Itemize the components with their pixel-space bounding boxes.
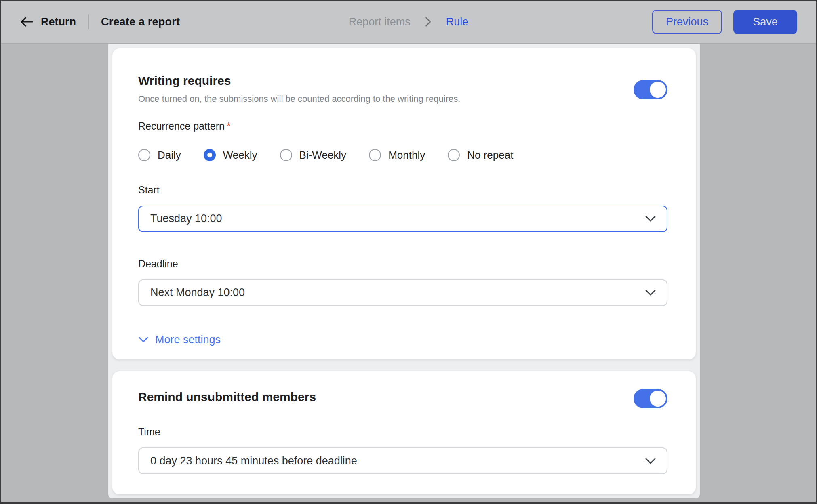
radio-bi-weekly[interactable]: Bi-Weekly (280, 149, 347, 162)
chevron-down-icon (645, 289, 656, 296)
radio-monthly[interactable]: Monthly (369, 149, 425, 162)
top-bar: Return Create a report Report items Rule… (1, 1, 816, 44)
chevron-down-icon (645, 215, 656, 222)
more-settings-label: More settings (155, 334, 221, 346)
breadcrumb: Report items Rule (349, 1, 469, 43)
start-label: Start (138, 184, 667, 196)
breadcrumb-step-rule[interactable]: Rule (446, 16, 469, 28)
writing-requires-description: Once turned on, the submissions will be … (138, 94, 460, 104)
page-title: Create a report (101, 16, 180, 28)
radio-circle (369, 149, 381, 161)
return-label: Return (41, 16, 76, 28)
deadline-select-value: Next Monday 10:00 (150, 286, 245, 299)
topbar-divider (88, 14, 89, 29)
radio-daily[interactable]: Daily (138, 149, 181, 162)
radio-no-repeat[interactable]: No repeat (448, 149, 513, 162)
time-label: Time (138, 426, 667, 438)
deadline-select[interactable]: Next Monday 10:00 (138, 279, 667, 306)
start-select-value: Tuesday 10:00 (150, 212, 222, 225)
toggle-knob (650, 82, 666, 98)
toggle-knob (650, 391, 666, 407)
required-asterisk: * (227, 120, 231, 132)
breadcrumb-chevron-icon (424, 15, 432, 28)
radio-circle (448, 149, 460, 161)
writing-requires-toggle[interactable] (634, 80, 667, 99)
time-select[interactable]: 0 day 23 hours 45 minutes before deadlin… (138, 447, 667, 474)
save-button[interactable]: Save (733, 10, 797, 34)
more-settings-chevron-icon (138, 336, 149, 343)
previous-button[interactable]: Previous (652, 10, 722, 34)
app-window: Return Create a report Report items Rule… (0, 0, 817, 504)
recurrence-radio-group: Daily Weekly Bi-Weekly Monthly No repeat (138, 149, 667, 162)
writing-requires-header-text: Writing requires Once turned on, the sub… (138, 74, 460, 104)
chevron-down-icon (645, 458, 656, 464)
radio-circle (138, 149, 150, 161)
breadcrumb-step-report-items[interactable]: Report items (349, 16, 411, 28)
content-panel: Writing requires Once turned on, the sub… (108, 44, 700, 498)
remind-members-title: Remind unsubmitted members (138, 391, 316, 403)
radio-weekly[interactable]: Weekly (204, 149, 257, 162)
start-select[interactable]: Tuesday 10:00 (138, 206, 667, 232)
writing-requires-title: Writing requires (138, 74, 460, 87)
recurrence-pattern-label: Recurrence pattern* (138, 120, 667, 132)
back-arrow-icon (20, 16, 34, 27)
writing-requires-card: Writing requires Once turned on, the sub… (112, 48, 696, 359)
radio-circle (204, 149, 216, 161)
more-settings-button[interactable]: More settings (138, 334, 667, 346)
radio-circle (280, 149, 292, 161)
remind-members-toggle[interactable] (634, 389, 667, 408)
time-select-value: 0 day 23 hours 45 minutes before deadlin… (150, 455, 357, 467)
return-button[interactable]: Return (20, 16, 76, 28)
deadline-label: Deadline (138, 258, 667, 270)
remind-members-card: Remind unsubmitted members Time 0 day 23… (112, 371, 696, 494)
topbar-actions: Previous Save (652, 10, 797, 34)
